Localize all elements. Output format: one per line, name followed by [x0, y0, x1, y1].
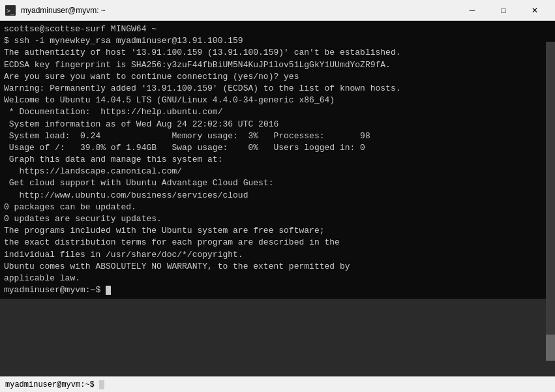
statusbar-text: myadminuser@myvm:~$ [5, 380, 104, 389]
terminal-line: System information as of Wed Aug 24 22:0… [4, 119, 551, 130]
terminal-line: * Documentation: https://help.ubuntu.com… [4, 106, 551, 118]
terminal-wrapper: scottse@scottse-surf MINGW64 ~$ ssh -i m… [0, 21, 555, 376]
terminal-line: Get cloud support with Ubuntu Advantage … [4, 177, 551, 189]
close-button[interactable]: ✕ [520, 1, 550, 20]
scrollbar-thumb[interactable] [546, 335, 555, 361]
scrollbar-track[interactable] [546, 42, 555, 361]
minimize-button[interactable]: ─ [457, 1, 487, 20]
terminal-line: individual files in /usr/share/doc/*/cop… [4, 249, 551, 261]
terminal-line: 0 updates are security updates. [4, 213, 551, 225]
titlebar: >_ myadminuser@myvm: ~ ─ □ ✕ [0, 0, 555, 21]
terminal-line: http://www.ubuntu.com/business/services/… [4, 190, 551, 202]
terminal-line: Graph this data and manage this system a… [4, 154, 551, 166]
terminal-line: System load: 0.24 Memory usage: 3% Proce… [4, 130, 551, 142]
terminal-line: Are you sure you want to continue connec… [4, 71, 551, 83]
terminal-line: ECDSA key fingerprint is SHA256:y3zuF44f… [4, 59, 551, 71]
terminal-line: $ ssh -i mynewkey_rsa myadminuser@13.91.… [4, 35, 551, 47]
svg-text:>_: >_ [7, 7, 15, 15]
terminal-line: Ubuntu comes with ABSOLUTELY NO WARRANTY… [4, 261, 551, 273]
prompt-cursor [106, 286, 111, 295]
terminal-icon: >_ [5, 5, 16, 16]
terminal-line: Warning: Permanently added '13.91.100.15… [4, 83, 551, 95]
window-title: myadminuser@myvm: ~ [21, 6, 452, 15]
terminal-line: scottse@scottse-surf MINGW64 ~ [4, 23, 551, 35]
terminal-line: the exact distribution terms for each pr… [4, 237, 551, 249]
terminal-line: The authenticity of host '13.91.100.159 … [4, 47, 551, 59]
terminal-body[interactable]: scottse@scottse-surf MINGW64 ~$ ssh -i m… [0, 21, 555, 299]
terminal-line: The programs included with the Ubuntu sy… [4, 225, 551, 237]
prompt-line: myadminuser@myvm:~$ [4, 284, 551, 296]
terminal-line: Usage of /: 39.8% of 1.94GB Swap usage: … [4, 142, 551, 154]
terminal-line: 0 packages can be updated. [4, 202, 551, 213]
cursor [99, 380, 104, 389]
terminal-line: https://landscape.canonical.com/ [4, 166, 551, 177]
window-controls: ─ □ ✕ [457, 1, 550, 20]
terminal-line: Welcome to Ubuntu 14.04.5 LTS (GNU/Linux… [4, 95, 551, 106]
terminal-line: applicable law. [4, 273, 551, 284]
maximize-button[interactable]: □ [488, 1, 518, 20]
statusbar: myadminuser@myvm:~$ [0, 376, 555, 392]
